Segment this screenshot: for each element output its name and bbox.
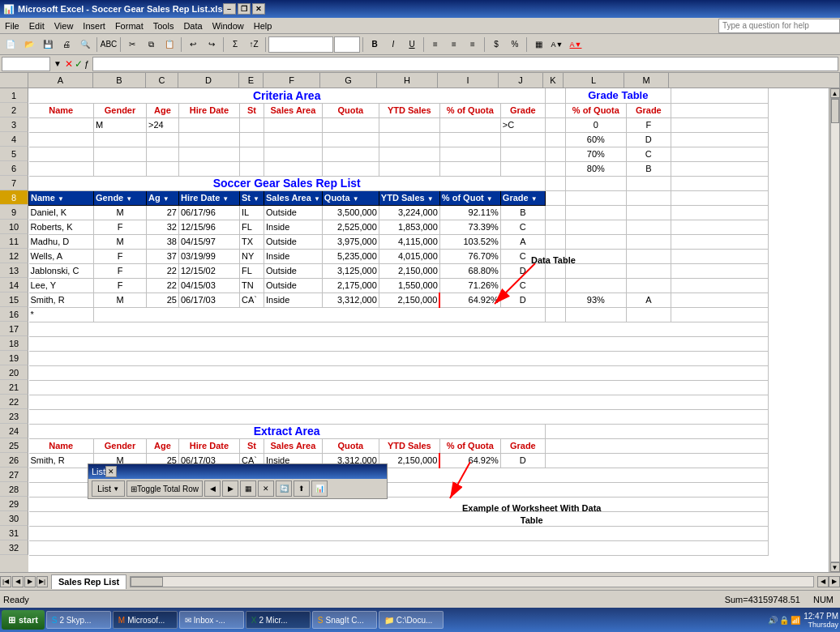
col-header-c[interactable]: C — [146, 73, 178, 88]
col-header-g[interactable]: G — [320, 73, 377, 88]
horizontal-scroll-track[interactable] — [130, 576, 814, 587]
menu-view[interactable]: View — [49, 19, 79, 32]
row-29[interactable]: 29 — [0, 497, 28, 511]
row-16[interactable]: 16 — [0, 307, 28, 322]
row-9[interactable]: 9 — [0, 205, 28, 220]
minimize-button[interactable]: – — [223, 3, 236, 15]
close-button[interactable]: ✕ — [252, 3, 265, 15]
hscroll-right[interactable]: ▶ — [829, 576, 840, 587]
horizontal-scroll-thumb[interactable] — [131, 577, 163, 587]
fill-color-button[interactable]: A▼ — [548, 36, 566, 53]
save-button[interactable]: 💾 — [39, 36, 57, 53]
list-tb-btn4[interactable]: ✕ — [258, 480, 274, 497]
scroll-thumb[interactable] — [831, 99, 839, 123]
menu-edit[interactable]: Edit — [24, 19, 49, 32]
italic-button[interactable]: I — [384, 36, 402, 53]
menu-file[interactable]: File — [0, 19, 24, 32]
taskbar-item-skype[interactable]: S 2 Skyp... — [46, 611, 111, 629]
open-button[interactable]: 📂 — [20, 36, 38, 53]
currency-button[interactable]: $ — [487, 36, 505, 53]
row-1[interactable]: 1 — [0, 88, 28, 103]
col-header-j[interactable]: J — [499, 73, 543, 88]
font-selector[interactable]: Arial — [268, 36, 333, 53]
sort-asc-button[interactable]: ↑Z — [245, 36, 263, 53]
row-12[interactable]: 12 — [0, 249, 28, 263]
menu-insert[interactable]: Insert — [78, 19, 110, 32]
row-19[interactable]: 19 — [0, 351, 28, 365]
toggle-total-row-button[interactable]: ⊞ Toggle Total Row — [126, 480, 203, 497]
spell-button[interactable]: ABC — [100, 36, 118, 53]
col-header-d[interactable]: D — [178, 73, 239, 88]
formula-func-icon[interactable]: ƒ — [84, 59, 89, 69]
border-button[interactable]: ▦ — [529, 36, 547, 53]
menu-help[interactable]: Help — [249, 19, 277, 32]
font-size-selector[interactable]: 10 — [334, 36, 360, 53]
list-toolbar-close-button[interactable]: ✕ — [105, 466, 117, 477]
row-14[interactable]: 14 — [0, 278, 28, 293]
row-2[interactable]: 2 — [0, 103, 28, 117]
col-header-i[interactable]: I — [438, 73, 499, 88]
redo-button[interactable]: ↪ — [203, 36, 221, 53]
formula-confirm-icon[interactable]: ✓ — [75, 58, 83, 70]
row-13[interactable]: 13 — [0, 263, 28, 278]
align-right-button[interactable]: ≡ — [464, 36, 482, 53]
align-center-button[interactable]: ≡ — [445, 36, 463, 53]
list-tb-btn2[interactable]: ▶ — [222, 480, 238, 497]
list-tb-btn7[interactable]: 📊 — [311, 480, 328, 497]
menu-tools[interactable]: Tools — [148, 19, 179, 32]
taskbar-item-snagit[interactable]: S SnagIt C... — [312, 611, 377, 629]
col-header-e[interactable]: E — [239, 73, 264, 88]
taskbar-item-micr2[interactable]: X 2 Micr... — [246, 611, 311, 629]
row-11[interactable]: 11 — [0, 234, 28, 249]
row-30[interactable]: 30 — [0, 511, 28, 526]
tab-prev-button[interactable]: ◀ — [12, 576, 24, 587]
help-input[interactable] — [718, 19, 840, 33]
cut-button[interactable]: ✂ — [123, 36, 141, 53]
underline-button[interactable]: U — [403, 36, 421, 53]
row-17[interactable]: 17 — [0, 322, 28, 336]
bold-button[interactable]: B — [366, 36, 384, 53]
new-button[interactable]: 📄 — [2, 36, 19, 53]
row-27[interactable]: 27 — [0, 468, 28, 482]
taskbar-item-docs[interactable]: 📁 C:\Docu... — [379, 611, 444, 629]
row-32[interactable]: 32 — [0, 540, 28, 555]
col-header-m[interactable]: M — [624, 73, 669, 88]
row-7[interactable]: 7 — [0, 176, 28, 190]
row-25[interactable]: 25 — [0, 438, 28, 453]
start-button[interactable]: ⊞ start — [2, 610, 45, 630]
row-28[interactable]: 28 — [0, 482, 28, 497]
row-31[interactable]: 31 — [0, 526, 28, 540]
row-23[interactable]: 23 — [0, 409, 28, 424]
sheet-tab-sales-rep-list[interactable]: Sales Rep List — [51, 574, 126, 589]
print-button[interactable]: 🖨 — [58, 36, 75, 53]
formula-input[interactable]: Name — [92, 57, 838, 71]
row-10[interactable]: 10 — [0, 220, 28, 234]
cell-reference-box[interactable]: A8 — [2, 57, 50, 71]
print-preview-button[interactable]: 🔍 — [76, 36, 94, 53]
col-header-h[interactable]: H — [377, 73, 438, 88]
list-tb-btn5[interactable]: 🔄 — [276, 480, 292, 497]
font-color-button[interactable]: A▼ — [567, 36, 585, 53]
col-header-k[interactable]: K — [543, 73, 564, 88]
row-20[interactable]: 20 — [0, 365, 28, 380]
row-15[interactable]: 15 — [0, 293, 28, 307]
tab-first-button[interactable]: |◀ — [0, 576, 11, 587]
taskbar-item-microsoft[interactable]: M Microsof... — [113, 611, 178, 629]
taskbar-item-inbox[interactable]: ✉ Inbox -... — [179, 611, 244, 629]
vertical-scrollbar[interactable]: ▲ ▼ — [829, 88, 840, 572]
undo-button[interactable]: ↩ — [184, 36, 202, 53]
list-dropdown-button[interactable]: List ▼ — [92, 480, 125, 497]
row-26[interactable]: 26 — [0, 453, 28, 468]
row-6[interactable]: 6 — [0, 161, 28, 176]
restore-button[interactable]: ❐ — [238, 3, 251, 15]
formula-expand-icon[interactable]: ▼ — [54, 59, 62, 68]
scroll-down-button[interactable]: ▼ — [830, 562, 840, 572]
list-tb-btn6[interactable]: ⬆ — [294, 480, 310, 497]
copy-button[interactable]: ⧉ — [142, 36, 160, 53]
formula-cancel-icon[interactable]: ✕ — [65, 58, 73, 70]
row-5[interactable]: 5 — [0, 147, 28, 161]
percent-button[interactable]: % — [506, 36, 524, 53]
row-4[interactable]: 4 — [0, 132, 28, 147]
col-header-l[interactable]: L — [564, 73, 624, 88]
list-tb-btn1[interactable]: ◀ — [204, 480, 221, 497]
